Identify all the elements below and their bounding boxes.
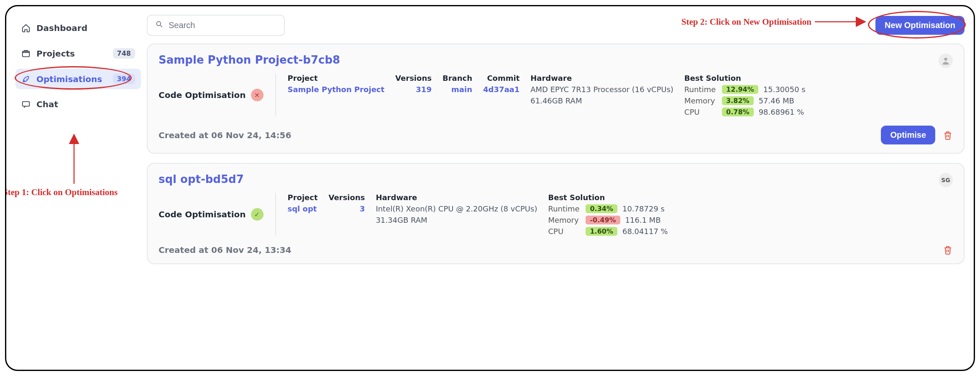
versions-link[interactable]: 3 — [360, 204, 365, 213]
sidebar-badge: 748 — [113, 48, 135, 59]
project-link[interactable]: Sample Python Project — [288, 85, 385, 94]
card-type-label: Code Optimisation — [159, 90, 246, 100]
col-branch-header: Branch — [443, 74, 472, 82]
annotation-step1: Step 1: Click on Optimisations — [5, 134, 145, 202]
new-optimisation-button[interactable]: New Optimisation — [875, 16, 965, 35]
memory-label: Memory — [548, 216, 581, 224]
card-title-link[interactable]: sql opt-bd5d7 — [159, 173, 244, 185]
annotation-step2: Step 2: Click on New Optimisation — [681, 16, 868, 27]
search-input[interactable] — [168, 20, 276, 31]
topbar: Step 2: Click on New Optimisation New Op… — [147, 12, 965, 44]
col-versions-header: Versions — [395, 74, 432, 82]
sidebar-item-label: Chat — [36, 99, 58, 109]
col-commit-header: Commit — [487, 74, 519, 82]
commit-link[interactable]: 4d37aa1 — [483, 85, 519, 94]
status-fail-icon: ✕ — [251, 89, 264, 101]
main: Step 2: Click on New Optimisation New Op… — [147, 12, 965, 362]
hardware-ram: 61.46GB RAM — [530, 96, 673, 105]
sidebar-item-label: Projects — [36, 49, 75, 59]
chat-icon — [21, 100, 31, 109]
cpu-pct: 0.78% — [722, 108, 754, 116]
optimisation-card: sql opt-bd5d7 SG Code Optimisation ✓ Pro… — [147, 163, 965, 264]
avatar: SG — [939, 173, 953, 187]
runtime-pct: 0.34% — [586, 204, 617, 213]
sidebar: Dashboard Projects 748 Optimisations 394 — [15, 12, 141, 362]
memory-label: Memory — [684, 96, 717, 105]
home-icon — [21, 23, 31, 33]
memory-pct: 3.82% — [722, 96, 754, 105]
runtime-val: 10.78729 s — [622, 204, 665, 213]
hardware-cpu: Intel(R) Xeon(R) CPU @ 2.20GHz (8 vCPUs) — [376, 204, 537, 213]
sidebar-item-label: Optimisations — [36, 74, 102, 84]
versions-link[interactable]: 319 — [416, 85, 432, 94]
optimise-button[interactable]: Optimise — [881, 126, 935, 144]
cpu-label: CPU — [548, 227, 581, 236]
cpu-label: CPU — [684, 108, 717, 116]
memory-val: 57.46 MB — [759, 96, 794, 105]
hardware-ram: 31.34GB RAM — [376, 216, 537, 224]
cpu-val: 98.68961 % — [759, 108, 804, 116]
col-project-header: Project — [288, 193, 318, 202]
col-hardware-header: Hardware — [530, 74, 673, 82]
sidebar-item-projects[interactable]: Projects 748 — [15, 43, 141, 64]
hardware-cpu: AMD EPYC 7R13 Processor (16 vCPUs) — [530, 85, 673, 94]
memory-pct: -0.49% — [586, 216, 620, 224]
avatar — [939, 54, 953, 68]
status-ok-icon: ✓ — [251, 208, 264, 221]
folder-icon — [21, 49, 31, 58]
card-type-label: Code Optimisation — [159, 209, 246, 219]
search-icon — [155, 20, 164, 31]
sidebar-item-dashboard[interactable]: Dashboard — [15, 18, 141, 38]
card-title-link[interactable]: Sample Python Project-b7cb8 — [159, 54, 340, 66]
svg-point-4 — [944, 58, 947, 61]
cpu-val: 68.04117 % — [622, 227, 668, 236]
col-solution-header: Best Solution — [548, 193, 668, 202]
memory-val: 116.1 MB — [625, 216, 661, 224]
optimisation-card: Sample Python Project-b7cb8 Code Optimis… — [147, 44, 965, 154]
rocket-icon — [21, 75, 31, 84]
branch-link[interactable]: main — [451, 85, 472, 94]
delete-icon[interactable] — [943, 130, 953, 140]
sidebar-item-optimisations[interactable]: Optimisations 394 — [15, 69, 141, 89]
runtime-val: 15.30050 s — [763, 85, 806, 94]
runtime-label: Runtime — [548, 204, 581, 213]
svg-rect-1 — [23, 102, 30, 106]
runtime-label: Runtime — [684, 85, 717, 94]
runtime-pct: 12.94% — [722, 85, 758, 94]
svg-point-2 — [156, 21, 161, 26]
col-hardware-header: Hardware — [376, 193, 537, 202]
col-solution-header: Best Solution — [684, 74, 806, 82]
sidebar-item-chat[interactable]: Chat — [15, 94, 141, 114]
col-project-header: Project — [288, 74, 385, 82]
sidebar-item-label: Dashboard — [36, 23, 87, 33]
created-at: Created at 06 Nov 24, 14:56 — [159, 130, 291, 140]
delete-icon[interactable] — [943, 245, 953, 255]
created-at: Created at 06 Nov 24, 13:34 — [159, 245, 291, 255]
col-versions-header: Versions — [329, 193, 365, 202]
project-link[interactable]: sql opt — [288, 204, 318, 213]
sidebar-badge: 394 — [113, 74, 135, 84]
search-field[interactable] — [147, 15, 285, 36]
cpu-pct: 1.60% — [586, 227, 617, 236]
